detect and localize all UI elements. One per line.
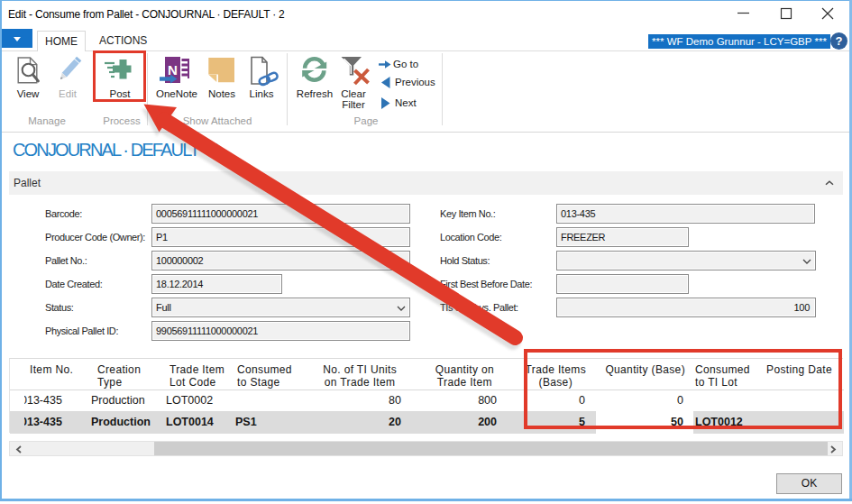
svg-text:N: N xyxy=(168,62,178,78)
